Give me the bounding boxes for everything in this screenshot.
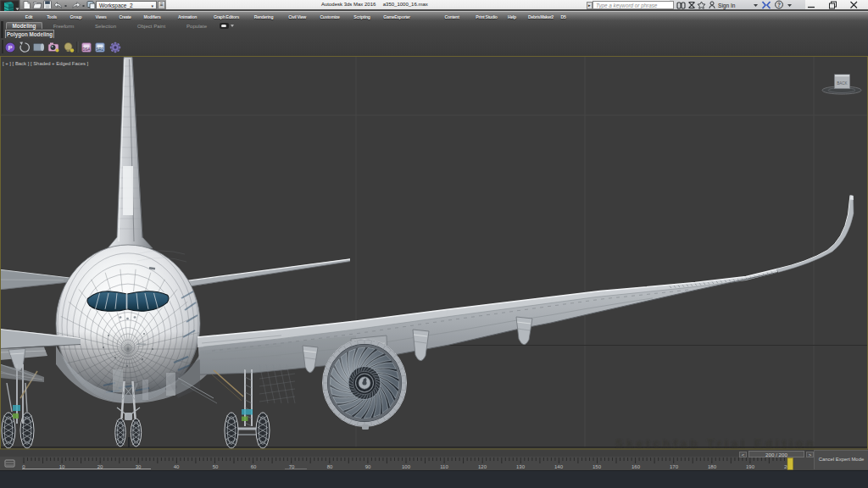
svg-text:10: 10 xyxy=(59,464,65,469)
svg-text:70: 70 xyxy=(289,464,295,469)
svg-text:40: 40 xyxy=(174,464,180,469)
svg-text:30: 30 xyxy=(136,464,142,469)
svg-text:90: 90 xyxy=(365,464,371,469)
svg-text:110: 110 xyxy=(440,464,448,469)
svg-text:120: 120 xyxy=(478,464,487,469)
svg-text:0: 0 xyxy=(22,464,25,469)
svg-text:160: 160 xyxy=(632,464,641,469)
svg-text:50: 50 xyxy=(213,464,219,469)
svg-text:180: 180 xyxy=(708,464,717,469)
svg-text:190: 190 xyxy=(746,464,755,469)
svg-text:170: 170 xyxy=(670,464,679,469)
svg-text:130: 130 xyxy=(516,464,526,469)
svg-text:140: 140 xyxy=(554,464,564,469)
svg-text:20: 20 xyxy=(97,464,103,469)
svg-text:60: 60 xyxy=(251,464,257,469)
svg-text:150: 150 xyxy=(593,464,602,469)
svg-text:100: 100 xyxy=(402,464,411,469)
svg-text:80: 80 xyxy=(327,464,333,469)
